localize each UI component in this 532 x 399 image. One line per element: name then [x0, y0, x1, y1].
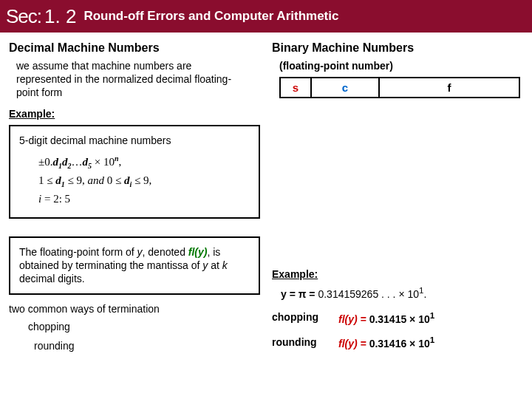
binary-heading: Binary Machine Numbers [272, 41, 523, 55]
d1b: d1 [55, 174, 65, 186]
five-digit-box: 5-digit decimal machine numbers ±0.d1d2…… [9, 125, 260, 219]
chopping-row: chopping fl(y) = 0.31415 × 101 [272, 310, 523, 325]
yeq: y = π = [281, 288, 318, 300]
decimal-heading: Decimal Machine Numbers [9, 41, 260, 55]
and: and [85, 174, 107, 186]
sec-label: Sec: [6, 5, 41, 28]
y-pi-line: y = π = 0.314159265 . . . × 101. [281, 285, 523, 300]
rnd: rounding [272, 335, 338, 349]
sec-number: 1. 2 [44, 5, 76, 28]
fp-diagram: s c f [279, 77, 520, 98]
rounding-row: rounding fl(y) = 0.31416 × 101 [272, 335, 523, 349]
fp-c: c [312, 78, 380, 97]
a: 1 ≤ [38, 174, 55, 186]
right-column: Binary Machine Numbers (floating-point n… [272, 38, 523, 352]
rounding-label: rounding [34, 339, 260, 352]
fl-text: The floating-point form of y, denoted fl… [19, 246, 228, 284]
fl-box: The floating-point form of y, denoted fl… [9, 236, 260, 295]
comma: , [119, 156, 122, 168]
termination-line: two common ways of termination [9, 302, 260, 316]
content-row: Decimal Machine Numbers we assume that m… [0, 33, 532, 358]
dot: . [424, 288, 427, 300]
c: 0 ≤ [107, 174, 124, 186]
d5: d5 [82, 156, 92, 168]
di: di [124, 174, 132, 186]
dots: … [71, 156, 82, 168]
decimal-intro: we assume that machine numbers are repre… [16, 59, 238, 100]
rnd-val: fl(y) = 0.31416 × 101 [338, 335, 434, 349]
box1-title: 5-digit decimal machine numbers [19, 134, 250, 147]
rng: = 2: 5 [41, 193, 70, 205]
sec-name: Round-off Errors and Computer Arithmetic [83, 9, 338, 24]
fp-sub: (floating-point number) [279, 59, 523, 72]
box1-line3: i = 2: 5 [38, 193, 250, 205]
t: ±0. [38, 156, 52, 168]
fp-f: f [380, 78, 519, 97]
left-column: Decimal Machine Numbers we assume that m… [9, 38, 260, 352]
example-label-right: Example: [272, 267, 523, 281]
box1-line2: 1 ≤ d1 ≤ 9, and 0 ≤ di ≤ 9, [38, 174, 250, 188]
d2: d2 [62, 156, 72, 168]
t2: × 10 [92, 156, 115, 168]
chop-val: fl(y) = 0.31415 × 101 [338, 310, 434, 325]
e: ≤ 9, [132, 174, 151, 186]
chopping-label: chopping [28, 320, 260, 333]
b: ≤ 9, [65, 174, 85, 186]
piv: 0.314159265 . . . × 10 [318, 288, 419, 300]
fp-s: s [281, 78, 312, 97]
example-label-left: Example: [9, 107, 260, 120]
title-bar: Sec: 1. 2 Round-off Errors and Computer … [0, 0, 532, 33]
box1-line1: ±0.d1d2…d5 × 10n, [38, 154, 250, 170]
chop: chopping [272, 310, 338, 324]
d1: d1 [52, 156, 62, 168]
